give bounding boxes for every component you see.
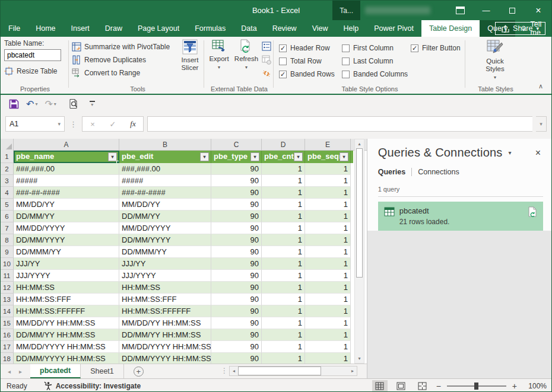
cell[interactable]: 1 [262,353,305,364]
column-header-a[interactable]: A [14,139,119,151]
page-layout-view-button[interactable] [394,380,409,392]
cell[interactable]: JJJ/YYYY [14,270,119,282]
row-header[interactable]: 8 [1,234,14,246]
tab-table-design[interactable]: Table Design [421,20,480,37]
cell[interactable]: MM/DD/YY HH:MM:SS [14,317,119,329]
cell[interactable]: 1 [305,175,351,187]
row-header[interactable]: 3 [1,175,14,187]
cell[interactable]: 1 [305,199,351,211]
column-header-d[interactable]: D [262,139,305,151]
zoom-percent[interactable]: 100% [523,382,547,390]
cell[interactable]: 1 [262,246,305,258]
enter-button[interactable]: ✓ [103,120,123,129]
table-name-input[interactable] [4,49,61,61]
query-list-item[interactable]: pbcatedt 21 rows loaded. [378,202,543,231]
refresh-button[interactable]: Refresh ▾ [233,39,259,71]
cell[interactable]: ###,###.00 [14,163,119,175]
cell[interactable]: 1 [262,163,305,175]
tab-help[interactable]: Help [336,20,367,37]
table-header-pbe-edit[interactable]: pbe_edit▾ [119,151,211,163]
last-column-checkbox[interactable]: Last Column [342,55,408,68]
cell[interactable]: MM/DD/YYYY HH:MM:SS [119,341,211,353]
column-header-e[interactable]: E [305,139,351,151]
cell[interactable]: 1 [262,305,305,317]
cell[interactable]: ###-##-#### [14,187,119,199]
cell[interactable]: 1 [262,282,305,294]
search-box[interactable]: Ta... [332,1,360,20]
select-all-corner[interactable] [1,139,14,151]
cell[interactable]: HH:MM:SS:FFFFFF [119,305,211,317]
tab-power-pivot[interactable]: Power Pivot [366,20,421,37]
table-header-pbe-name[interactable]: pbe_name▾ [14,151,119,163]
scroll-left-icon[interactable]: ◂ [230,366,238,375]
horizontal-scroll-thumb[interactable] [238,366,321,375]
cell[interactable]: DD/MM/YY [119,211,211,222]
cell[interactable]: 90 [211,329,262,341]
cancel-button[interactable]: × [83,120,103,129]
tab-view[interactable]: View [304,20,336,37]
cell[interactable]: JJJ/YY [119,258,211,270]
save-button[interactable] [7,98,21,110]
filter-button[interactable]: ▾ [294,152,303,161]
cell[interactable]: MM/DD/YYYY [119,222,211,234]
cell[interactable]: 1 [262,270,305,282]
cell[interactable]: 90 [211,270,262,282]
cell[interactable]: 1 [262,211,305,222]
tab-file[interactable]: File [1,20,28,37]
cell[interactable]: 1 [305,317,351,329]
tab-insert[interactable]: Insert [64,20,97,37]
cell[interactable]: 1 [305,270,351,282]
tab-connections[interactable]: Connections [418,168,459,176]
cell[interactable]: DD/MM/YYYY HH:MM:SS [14,353,119,364]
banded-rows-checkbox[interactable]: ✓Banded Rows [279,68,335,81]
cell[interactable]: HH:MM:SS [119,282,211,294]
row-header[interactable]: 1 [1,151,14,163]
zoom-in-button[interactable]: + [512,381,517,391]
cell[interactable]: DD/MM/YYYY HH:MM:SS [119,353,211,364]
row-header[interactable]: 16 [1,329,14,341]
table-header-pbe-type[interactable]: pbe_type▾ [211,151,262,163]
resize-table-button[interactable]: Resize Table [4,65,66,78]
row-header[interactable]: 2 [1,163,14,175]
cell[interactable]: 90 [211,294,262,305]
cell[interactable]: 90 [211,246,262,258]
sheet-tab-sheet1[interactable]: Sheet1 [81,364,124,378]
cell[interactable]: 90 [211,353,262,364]
cell[interactable]: 1 [305,246,351,258]
column-header-c[interactable]: C [211,139,262,151]
export-button[interactable]: Export ▾ [206,39,232,71]
cell[interactable]: ###,###.00 [119,163,211,175]
cell[interactable]: 90 [211,199,262,211]
column-header-b[interactable]: B [119,139,211,151]
table-header-pbe-cnt[interactable]: pbe_cnt▾ [262,151,305,163]
cell[interactable]: 1 [305,341,351,353]
undo-button[interactable]: ↶ ▾ [24,97,40,111]
cell[interactable]: 90 [211,282,262,294]
share-button[interactable]: Share ▾ [495,22,545,35]
query-refresh-doc-icon[interactable] [528,206,537,217]
cell[interactable]: DD/MM/YY HH:MM:SS [14,329,119,341]
cell[interactable]: 90 [211,163,262,175]
cell[interactable]: MM/DD/YY [14,199,119,211]
customize-qat-button[interactable]: ▾ [87,100,97,109]
zoom-slider[interactable] [447,385,506,387]
row-header[interactable]: 18 [1,353,14,364]
minimize-button[interactable]: — [473,1,499,20]
cell[interactable]: 1 [305,234,351,246]
cell[interactable]: 1 [262,199,305,211]
tab-page-layout[interactable]: Page Layout [130,20,187,37]
cell[interactable]: 1 [305,282,351,294]
cell[interactable]: ##### [14,175,119,187]
cell[interactable]: 1 [262,222,305,234]
unlink-icon[interactable] [262,69,271,78]
tab-home[interactable]: Home [28,20,63,37]
cell[interactable]: 1 [262,187,305,199]
row-header[interactable]: 4 [1,187,14,199]
cell[interactable]: 1 [305,305,351,317]
filter-button[interactable]: ▾ [200,152,209,161]
row-header[interactable]: 7 [1,222,14,234]
filter-button[interactable]: ▾ [250,152,259,161]
cell[interactable]: 1 [305,211,351,222]
cell[interactable]: DD/MMM/YY [14,246,119,258]
cell[interactable]: 1 [262,329,305,341]
